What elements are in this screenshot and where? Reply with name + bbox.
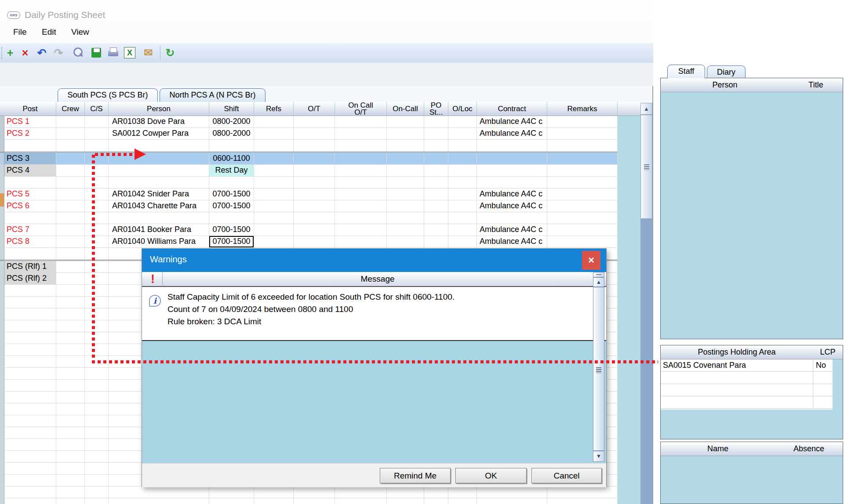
cell-person[interactable]: AR01038 Dove Para — [109, 116, 209, 127]
cell-on-call[interactable] — [387, 140, 424, 151]
holding-person[interactable] — [661, 396, 813, 408]
table-row[interactable] — [4, 177, 618, 189]
cell-post[interactable] — [4, 451, 56, 462]
grid-scrollbar-thumb[interactable] — [640, 115, 652, 219]
cell-ot[interactable] — [294, 153, 335, 164]
cell-cs[interactable] — [85, 297, 109, 308]
remind-me-button[interactable]: Remind Me — [380, 468, 451, 483]
cell-crew[interactable] — [56, 427, 85, 439]
cell-post[interactable] — [4, 212, 56, 224]
column-header-absence[interactable]: Absence — [775, 442, 843, 456]
holding-area-row[interactable]: SA0015 Covenant ParaNo — [661, 359, 843, 372]
cell-post[interactable]: PCS 3 — [4, 153, 56, 164]
cell-refs[interactable] — [254, 128, 294, 139]
cell-cs[interactable] — [85, 116, 109, 127]
cell-post[interactable] — [4, 439, 56, 450]
add-icon[interactable]: + — [4, 46, 17, 59]
cell-post[interactable] — [4, 356, 56, 367]
print-icon[interactable] — [106, 46, 120, 59]
cell-remarks[interactable] — [547, 189, 618, 200]
column-header-lcp[interactable]: LCP — [813, 345, 843, 359]
cell-contract[interactable]: Ambulance A4C c — [477, 128, 547, 139]
cell-shift[interactable]: 0600-1100 — [209, 153, 254, 164]
tab-south-pcs[interactable]: South PCS (S PCS Br) — [58, 88, 158, 102]
cell-refs[interactable] — [254, 224, 294, 236]
cell-oncall-ot[interactable] — [335, 116, 387, 127]
ok-button[interactable]: OK — [455, 468, 527, 483]
holding-lcp[interactable] — [813, 384, 833, 396]
grid-scroll-up-icon[interactable]: ▲ — [640, 103, 652, 115]
cell-post[interactable] — [4, 392, 56, 403]
cell-shift[interactable] — [209, 212, 254, 224]
cell-o-loc[interactable] — [448, 153, 477, 164]
cell-crew[interactable] — [56, 116, 85, 127]
cell-crew[interactable] — [56, 415, 85, 427]
cell-contract[interactable] — [477, 165, 547, 176]
column-header-on-call[interactable]: On Call O/T — [335, 102, 387, 116]
cell-o-loc[interactable] — [448, 236, 477, 247]
column-header-crew[interactable]: Crew — [56, 102, 85, 116]
cell-crew[interactable] — [56, 128, 85, 139]
cell-ot[interactable] — [294, 224, 335, 236]
cell-crew[interactable] — [56, 285, 85, 296]
cell-o-loc[interactable] — [448, 116, 477, 127]
cell-post[interactable] — [4, 403, 56, 415]
redo-icon[interactable]: ↷ — [52, 46, 65, 59]
cell-refs[interactable] — [254, 177, 294, 188]
cell-post[interactable]: PCS (Rlf) 1 — [4, 261, 56, 272]
cell-person[interactable]: SA0012 Cowper Para — [109, 128, 209, 139]
cell-crew[interactable] — [56, 475, 85, 486]
cell-post[interactable] — [4, 344, 56, 355]
holding-area-row[interactable] — [661, 396, 843, 409]
cell-post[interactable]: PCS 8 — [4, 236, 56, 247]
cell-post[interactable] — [4, 308, 56, 320]
cell-post[interactable] — [4, 463, 56, 474]
column-header-person[interactable]: Person — [109, 102, 209, 116]
cell-post[interactable] — [4, 498, 56, 504]
table-row[interactable]: PCS 7AR01041 Booker Para0700-1500Ambulan… — [4, 224, 618, 236]
cell-shift[interactable]: 0700-1500 — [209, 224, 254, 236]
cell-po-st[interactable] — [424, 212, 448, 224]
cell-cs[interactable] — [85, 332, 109, 344]
cell-post[interactable] — [4, 380, 56, 391]
cell-cs[interactable] — [85, 475, 109, 486]
cell-post[interactable]: PCS 7 — [4, 224, 56, 236]
holding-area-row[interactable] — [661, 384, 843, 396]
column-header-name[interactable]: Name — [661, 442, 775, 456]
cell-crew[interactable] — [56, 498, 85, 504]
cell-ot[interactable] — [294, 116, 335, 127]
cell-oncall-ot[interactable] — [335, 189, 387, 200]
cell-cs[interactable] — [85, 248, 109, 259]
cell-post[interactable] — [4, 140, 56, 151]
cell-po-st[interactable] — [424, 116, 448, 127]
cell-on-call[interactable] — [387, 224, 424, 236]
cell-oncall-ot[interactable] — [335, 140, 387, 151]
cell-crew[interactable] — [56, 392, 85, 403]
cell-cs[interactable] — [85, 392, 109, 403]
cell-po-st[interactable] — [424, 498, 448, 504]
cell-post[interactable] — [4, 332, 56, 344]
cell-post[interactable] — [4, 177, 56, 188]
table-row[interactable]: PCS 8AR01040 Williams Para0700-1500Ambul… — [4, 236, 618, 248]
holding-person[interactable] — [661, 384, 813, 396]
cell-person[interactable]: AR01043 Charette Para — [109, 200, 209, 212]
cell-contract[interactable]: Ambulance A4C c — [477, 189, 547, 200]
cell-crew[interactable] — [56, 177, 85, 188]
table-row[interactable] — [4, 140, 618, 152]
warnings-dialog-titlebar[interactable]: Warnings × — [142, 249, 606, 272]
cell-contract[interactable] — [477, 486, 547, 498]
cell-crew[interactable] — [56, 486, 85, 498]
undo-icon[interactable]: ↶ — [35, 46, 48, 59]
holding-area-row[interactable] — [661, 372, 843, 384]
cell-refs[interactable] — [254, 153, 294, 164]
cell-remarks[interactable] — [547, 128, 618, 139]
cell-crew[interactable] — [56, 368, 85, 379]
cell-remarks[interactable] — [547, 153, 618, 164]
cell-cs[interactable] — [85, 486, 109, 498]
dialog-scroll-up-icon[interactable]: ▲ — [593, 277, 604, 287]
cell-crew[interactable] — [56, 332, 85, 344]
cell-po-st[interactable] — [424, 140, 448, 151]
cell-post[interactable]: PCS 5 — [4, 189, 56, 200]
save-icon[interactable] — [90, 46, 103, 59]
cell-o-loc[interactable] — [448, 212, 477, 224]
